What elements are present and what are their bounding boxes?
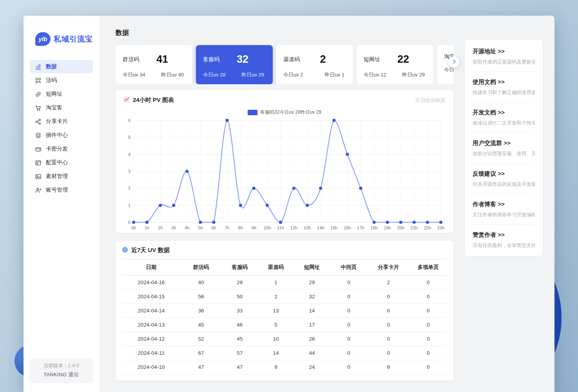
table-cell: 1 bbox=[258, 276, 294, 290]
svg-text:4: 4 bbox=[128, 152, 130, 157]
legend-swatch bbox=[248, 110, 257, 115]
table-cell: 0 bbox=[409, 290, 447, 304]
stat-cards-strip: 群活码41今日uv 34昨日uv 40客服码32今日uv 28昨日uv 29渠道… bbox=[116, 45, 453, 84]
table-row: 2024-04-104747924090 bbox=[122, 360, 447, 374]
sidebar-item-config-center[interactable]: 配置中心 bbox=[30, 156, 93, 169]
sidebar-item-label: 素材管理 bbox=[46, 173, 68, 180]
sidebar-item-label: 分享卡片 bbox=[46, 118, 68, 125]
app-title: 私域引流宝 bbox=[54, 34, 93, 44]
help-link-author-blog[interactable]: 作者博客 >>关注作者的博客学习开发编程... bbox=[473, 194, 535, 225]
scroll-right-button[interactable] bbox=[448, 56, 460, 68]
help-link-title: 反馈建议 >> bbox=[473, 170, 535, 178]
logout-link[interactable]: 退出 bbox=[68, 372, 79, 377]
help-link-dev-doc[interactable]: 开发文档 >>阅读以进行二次开发和个性化... bbox=[473, 102, 535, 133]
stat-yesterday-uv: 昨日uv 29 bbox=[402, 71, 425, 78]
table-cell: 0 bbox=[409, 360, 447, 374]
account-name: TANKING bbox=[43, 372, 67, 377]
pv-chart-card: 24小时 PV 图表 开启自动刷新 客服码32今日uv 28昨日uv 29 01… bbox=[116, 90, 453, 233]
help-link-desc: 快速学习和了解正确的使用姿... bbox=[473, 89, 535, 96]
table-cell: 46 bbox=[222, 318, 258, 332]
table-column-header: 客服码 bbox=[222, 260, 258, 276]
table-row: 2024-04-1436331314000 bbox=[122, 304, 447, 318]
sidebar-item-label: 淘宝客 bbox=[46, 104, 62, 111]
svg-text:1h: 1h bbox=[145, 225, 149, 230]
help-link-usage-doc[interactable]: 使用文档 >>快速学习和了解正确的使用姿... bbox=[473, 72, 535, 102]
sidebar-item-share-card[interactable]: 分享卡片 bbox=[30, 115, 93, 128]
svg-text:5h: 5h bbox=[198, 225, 203, 230]
stat-yesterday-uv: 昨日uv 1 bbox=[324, 71, 344, 78]
stat-card-group-code[interactable]: 群活码41今日uv 34昨日uv 40 bbox=[116, 45, 192, 84]
table-cell: 2024-04-13 bbox=[122, 318, 180, 332]
svg-text:18h: 18h bbox=[370, 225, 377, 230]
sidebar-item-short-url[interactable]: 短网址 bbox=[30, 87, 93, 101]
help-link-title: 使用文档 >> bbox=[473, 78, 535, 86]
svg-text:3h: 3h bbox=[171, 225, 176, 230]
table-cell: 0 bbox=[409, 332, 447, 346]
table-column-header: 多项单页 bbox=[409, 260, 447, 276]
table-cell: 2024-04-12 bbox=[122, 332, 180, 346]
sidebar-item-data[interactable]: 数据 bbox=[30, 60, 93, 73]
svg-text:1: 1 bbox=[128, 203, 130, 208]
table-cell: 0 bbox=[409, 304, 447, 318]
table-cell: 29 bbox=[222, 276, 258, 290]
table-cell: 0 bbox=[368, 318, 409, 332]
table-cell: 0 bbox=[368, 304, 409, 318]
svg-text:21h: 21h bbox=[411, 225, 418, 230]
svg-text:0: 0 bbox=[128, 220, 130, 225]
help-link-feedback[interactable]: 反馈建议 >>对本开源作品的反馈及开发建... bbox=[473, 163, 535, 194]
legend-label: 客服码32今日uv 28昨日uv 29 bbox=[260, 109, 321, 116]
table-cell: 26 bbox=[294, 332, 330, 346]
wallet-icon bbox=[35, 146, 42, 152]
svg-text:2h: 2h bbox=[158, 225, 163, 230]
table-cell: 0 bbox=[368, 290, 409, 304]
stat-card-channel-code[interactable]: 渠道码2今日uv 2昨日uv 1 bbox=[276, 45, 353, 84]
table-cell: 14 bbox=[258, 346, 294, 360]
table-column-header: 短网址 bbox=[294, 260, 330, 276]
account-line: TANKING 退出 bbox=[29, 371, 93, 378]
table-cell: 40 bbox=[180, 276, 221, 290]
image-icon bbox=[35, 173, 42, 180]
sidebar-item-live-code[interactable]: 活码 bbox=[30, 74, 93, 87]
auto-refresh-toggle[interactable]: 开启自动刷新 bbox=[415, 97, 446, 104]
stat-card-short-url[interactable]: 短网址22今日uv 12昨日uv 29 bbox=[357, 45, 433, 84]
help-link-user-group[interactable]: 用户交流群 >>加群讨论部署安装、使用、开... bbox=[473, 133, 535, 163]
table-cell: 2024-04-10 bbox=[122, 360, 180, 374]
table-cell: 0 bbox=[409, 346, 447, 360]
chevron-right-icon bbox=[451, 59, 457, 66]
sidebar-item-taobao[interactable]: 淘宝客 bbox=[30, 101, 93, 114]
stat-card-value: 41 bbox=[139, 53, 185, 65]
settings-window-icon bbox=[35, 160, 42, 166]
help-link-source[interactable]: 开源地址 >>获取作者的正版源码及更新动... bbox=[473, 41, 535, 72]
svg-text:6h: 6h bbox=[211, 225, 216, 230]
stat-today-uv: 今日uv 12 bbox=[364, 71, 386, 78]
app-window: ylb 私域引流宝 数据活码短网址淘宝客分享卡片插件中心卡密分发配置中心素材管理… bbox=[24, 16, 554, 392]
sidebar-item-label: 账号管理 bbox=[46, 187, 68, 194]
help-link-desc: 阅读以进行二次开发和个性化... bbox=[473, 120, 535, 127]
svg-text:11h: 11h bbox=[277, 225, 284, 230]
chart-legend[interactable]: 客服码32今日uv 28昨日uv 29 bbox=[123, 109, 446, 116]
table-cell: 45 bbox=[222, 332, 258, 346]
table-cell: 9 bbox=[258, 360, 294, 374]
table-column-header: 日期 bbox=[122, 260, 180, 276]
help-link-donate[interactable]: 赞赏作者 >>没有任何盈利，全靠赞赏支持... bbox=[473, 225, 535, 255]
uv-data-table: 日期群活码客服码渠道码短网址中间页分享卡片多项单页 2024-04-164029… bbox=[122, 259, 447, 374]
stat-yesterday-uv: 昨日uv 29 bbox=[241, 71, 264, 78]
sidebar-item-plugin-center[interactable]: 插件中心 bbox=[30, 129, 93, 142]
sidebar-nav: 数据活码短网址淘宝客分享卡片插件中心卡密分发配置中心素材管理账号管理 bbox=[24, 60, 99, 197]
table-row: 2024-04-164029129020 bbox=[122, 276, 447, 290]
sidebar-item-card-key[interactable]: 卡密分发 bbox=[30, 142, 93, 156]
table-cell: 2 bbox=[368, 276, 409, 290]
table-cell: 44 bbox=[294, 346, 330, 360]
sidebar-item-label: 短网址 bbox=[46, 91, 62, 98]
svg-text:5: 5 bbox=[128, 135, 130, 140]
stat-card-service-code[interactable]: 客服码32今日uv 28昨日uv 29 bbox=[196, 45, 273, 84]
stat-card-label: 群活码 bbox=[123, 56, 139, 63]
sidebar-item-material[interactable]: 素材管理 bbox=[30, 170, 93, 183]
table-cell: 0 bbox=[368, 332, 409, 346]
sidebar-item-account[interactable]: 账号管理 bbox=[30, 183, 93, 197]
stat-today-uv: 今日uv 34 bbox=[123, 71, 145, 78]
help-link-desc: 加群讨论部署安装、使用、开... bbox=[473, 151, 535, 157]
table-cell: 57 bbox=[222, 346, 258, 360]
table-column-header: 渠道码 bbox=[258, 260, 294, 276]
table-cell: 50 bbox=[222, 290, 258, 304]
